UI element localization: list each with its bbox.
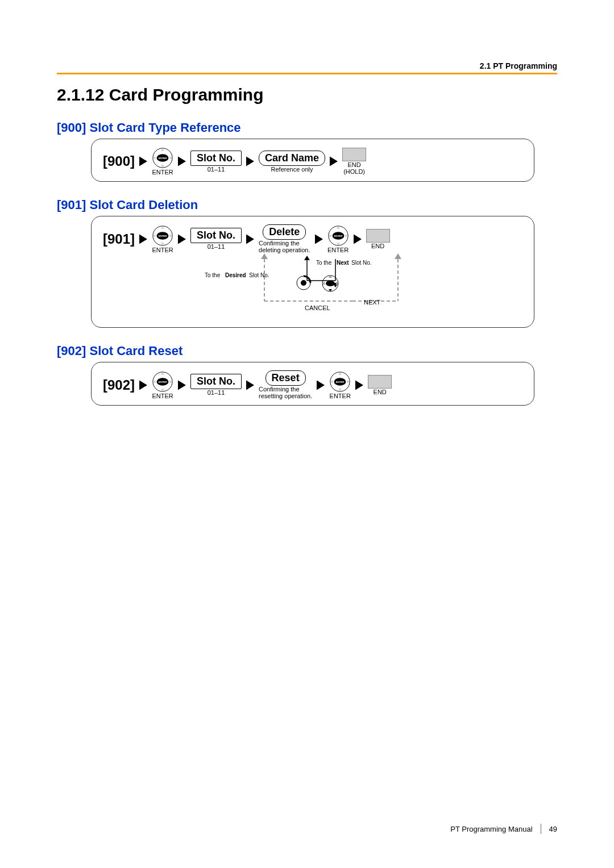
footer-sep xyxy=(541,824,541,834)
svg-marker-19 xyxy=(178,234,186,244)
svg-marker-65 xyxy=(178,380,186,390)
main-heading: 2.1.12 Card Programming xyxy=(57,85,557,105)
svg-marker-4 xyxy=(161,148,164,151)
arrow-icon xyxy=(330,156,338,166)
hold-label: (HOLD) xyxy=(343,168,365,175)
svg-marker-26 xyxy=(337,243,340,245)
diagram-901: [901] ENTER ENTER Slot No. 01–11 xyxy=(91,216,534,328)
slot-range: 01–11 xyxy=(208,243,225,250)
end-label: END xyxy=(371,243,384,249)
svg-marker-5 xyxy=(161,165,164,168)
svg-marker-16 xyxy=(161,243,164,245)
svg-marker-67 xyxy=(317,380,325,390)
svg-marker-29 xyxy=(354,234,362,244)
svg-marker-66 xyxy=(246,380,254,390)
svg-marker-63 xyxy=(153,380,156,383)
arrow-icon xyxy=(355,380,363,390)
svg-text:To the: To the xyxy=(316,260,332,266)
svg-point-48 xyxy=(301,280,306,286)
svg-marker-11 xyxy=(139,234,147,244)
arrow-icon xyxy=(178,380,186,390)
enter-jog-icon: ENTER xyxy=(327,225,349,247)
arrow-icon xyxy=(246,234,254,244)
code-902: [902] xyxy=(103,377,135,393)
arrow-icon xyxy=(139,156,147,166)
arrow-icon xyxy=(139,234,147,244)
slot-range: 01–11 xyxy=(208,166,225,173)
enter-jog-icon: ENTER xyxy=(152,225,173,247)
footer: PT Programming Manual 49 xyxy=(450,824,557,834)
svg-marker-71 xyxy=(338,372,342,375)
svg-marker-25 xyxy=(337,226,340,228)
enter-jog-icon: ENTER xyxy=(329,371,351,393)
end-key-icon xyxy=(366,229,390,243)
svg-marker-8 xyxy=(178,157,186,166)
arrow-icon xyxy=(139,380,147,390)
op-note: Confirming thedeleting operation. xyxy=(259,240,310,253)
svg-marker-73 xyxy=(330,380,333,383)
svg-marker-57 xyxy=(139,380,147,390)
op-note: Reference only xyxy=(271,166,313,173)
svg-point-50 xyxy=(326,281,335,286)
svg-text:Desired: Desired xyxy=(225,272,246,278)
footer-page: 49 xyxy=(549,825,557,833)
footer-manual: PT Programming Manual xyxy=(450,825,532,833)
sub-heading-900: [900] Slot Card Type Reference xyxy=(57,120,557,135)
svg-text:Slot No.: Slot No. xyxy=(249,272,269,278)
svg-text:ENTER: ENTER xyxy=(334,234,342,237)
svg-marker-30 xyxy=(261,253,268,259)
diagram-900: [900] ENTER ENTER xyxy=(91,139,534,182)
sub-heading-902: [902] Slot Card Reset xyxy=(57,344,557,358)
svg-marker-15 xyxy=(161,226,164,228)
svg-marker-27 xyxy=(328,234,331,237)
page: 2.1 PT Programming 2.1.12 Card Programmi… xyxy=(0,0,614,868)
svg-marker-37 xyxy=(304,256,310,260)
svg-marker-75 xyxy=(355,380,363,390)
svg-marker-9 xyxy=(246,157,254,166)
svg-marker-18 xyxy=(169,234,172,237)
section-header: 2.1 PT Programming xyxy=(480,61,557,70)
svg-marker-17 xyxy=(153,234,156,237)
code-901: [901] xyxy=(103,231,135,247)
svg-marker-72 xyxy=(338,389,342,391)
arrow-icon xyxy=(178,156,186,166)
end-label: END xyxy=(347,161,360,168)
code-900: [900] xyxy=(103,153,135,169)
op-box-reset: Reset xyxy=(265,370,306,386)
enter-label: ENTER xyxy=(330,393,351,399)
end-key-icon xyxy=(368,375,392,389)
enter-label: ENTER xyxy=(152,247,173,253)
svg-text:NEXT: NEXT xyxy=(364,299,381,306)
sub-heading-901: [901] Slot Card Deletion xyxy=(57,198,557,212)
svg-text:CANCEL: CANCEL xyxy=(305,304,330,311)
end-label: END xyxy=(374,389,387,395)
svg-text:ENTER: ENTER xyxy=(159,234,167,237)
end-key-icon xyxy=(342,148,366,161)
svg-marker-61 xyxy=(161,372,164,375)
svg-text:ENTER: ENTER xyxy=(159,380,167,383)
arrow-icon xyxy=(315,234,323,244)
svg-marker-64 xyxy=(169,380,172,383)
header-rule xyxy=(57,73,557,74)
svg-marker-74 xyxy=(347,380,350,383)
enter-label: ENTER xyxy=(327,247,349,253)
svg-text:ENTER: ENTER xyxy=(159,157,167,160)
svg-marker-6 xyxy=(153,156,156,160)
diagram-902: [902] ENTER ENTER Slot No. 01–11 xyxy=(91,362,534,406)
op-box-delete: Delete xyxy=(263,224,306,240)
svg-text:Slot No.: Slot No. xyxy=(351,260,372,266)
svg-text:ENTER: ENTER xyxy=(336,380,345,383)
svg-marker-21 xyxy=(315,234,323,244)
enter-jog-icon: ENTER xyxy=(152,147,173,169)
svg-marker-28 xyxy=(345,234,348,237)
op-box-cardname: Card Name xyxy=(259,151,325,166)
arrow-icon xyxy=(246,380,254,390)
svg-marker-62 xyxy=(161,389,164,391)
arrow-icon xyxy=(354,234,362,244)
enter-jog-icon: ENTER xyxy=(152,371,173,393)
enter-label: ENTER xyxy=(152,393,173,399)
arrow-icon xyxy=(317,380,325,390)
slot-box: Slot No. xyxy=(190,228,242,243)
svg-marker-10 xyxy=(330,157,338,166)
arrow-icon xyxy=(178,234,186,244)
